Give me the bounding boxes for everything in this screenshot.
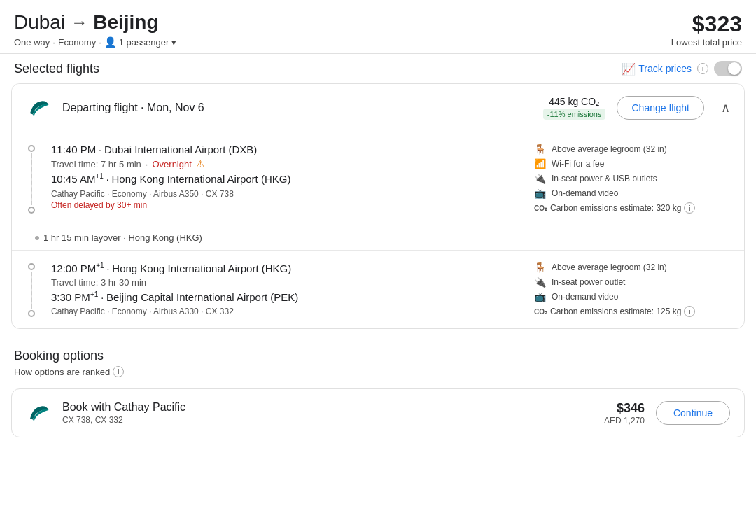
emissions-badge: -11% emissions (543, 108, 606, 120)
emissions-block: 445 kg CO₂ -11% emissions (543, 96, 606, 120)
change-flight-button[interactable]: Change flight (617, 96, 704, 120)
amenity-legroom-2: 🪑 Above average legroom (32 in) (534, 262, 730, 273)
arrive-time: 10:45 AM (51, 173, 95, 185)
video-icon: 📺 (534, 188, 546, 199)
segment-2-timeline (26, 262, 37, 317)
travel-time-row-2: Travel time: 3 hr 30 min (51, 277, 520, 288)
origin: Dubai (14, 11, 65, 34)
continue-button[interactable]: Continue (656, 401, 730, 425)
route-meta: One way · Economy · 👤 1 passenger ▾ (14, 36, 176, 48)
arrive-time-2: 3:30 PM (51, 290, 90, 302)
depart-airport: Dubai International Airport (DXB) (104, 144, 257, 155)
booking-info-icon[interactable]: i (113, 366, 124, 377)
layover-row: 1 hr 15 min layover · Hong Kong (HKG) (12, 225, 744, 250)
seat-icon: 🪑 (534, 144, 546, 155)
amenity-power-2: 🔌 In-seat power outlet (534, 276, 730, 288)
co2-row-2: CO₂ Carbon emissions estimate: 125 kg i (534, 306, 730, 317)
travel-time-2: Travel time: 3 hr 30 min (51, 277, 146, 288)
amenity-video-text-2: On-demand video (552, 292, 618, 302)
arrive-super-2: +1 (90, 290, 98, 298)
timeline-dot-bottom (28, 206, 35, 214)
booking-card: Book with Cathay Pacific CX 738, CX 332 … (11, 388, 745, 438)
amenity-wifi-text: Wi-Fi for a fee (552, 159, 604, 169)
selected-flights-title: Selected flights (14, 62, 99, 76)
booking-title: Booking options (14, 349, 742, 363)
timeline-line-2 (31, 272, 32, 309)
overnight-badge: Overnight (152, 159, 191, 169)
booking-airline-logo (26, 400, 51, 426)
selected-flights-header: Selected flights 📈 Track prices i (0, 53, 756, 83)
amenity-video-2: 📺 On-demand video (534, 291, 730, 302)
collapse-icon[interactable]: ∧ (721, 100, 730, 115)
segment-1-timeline (26, 144, 37, 214)
track-prices-toggle[interactable] (714, 61, 742, 76)
booking-subtitle-text: How options are ranked (14, 367, 110, 377)
price-block: $323 Lowest total price (671, 11, 742, 48)
depart-time-2: 12:00 PM (51, 262, 96, 274)
flight-card: Departing flight · Mon, Nov 6 445 kg CO₂… (11, 83, 745, 329)
travel-time-row: Travel time: 7 hr 5 min · Overnight ⚠ (51, 158, 520, 169)
amenity-power-text: In-seat power & USB outlets (552, 174, 657, 183)
segment-2-details: 12:00 PM+1 · Hong Kong International Air… (51, 262, 520, 317)
timeline-line (31, 153, 32, 205)
trip-type: One way (14, 37, 50, 48)
flight-card-header: Departing flight · Mon, Nov 6 445 kg CO₂… (12, 84, 744, 132)
warning-icon: ⚠ (196, 158, 205, 169)
departing-flight-title: Departing flight · Mon, Nov 6 (62, 102, 532, 114)
booking-subtitle: How options are ranked i (14, 366, 742, 377)
booking-airline-name: Book with Cathay Pacific (62, 401, 593, 414)
amenity-wifi: 📶 Wi-Fi for a fee (534, 158, 730, 169)
route-arrow: → (71, 13, 88, 32)
booking-aed: AED 1,270 (604, 416, 645, 426)
travel-time: Travel time: 7 hr 5 min (51, 159, 141, 169)
amenity-legroom-1: 🪑 Above average legroom (32 in) (534, 144, 730, 155)
amenity-legroom-text: Above average legroom (32 in) (552, 144, 667, 154)
track-prices-label: Track prices (638, 63, 692, 74)
power-icon-2: 🔌 (534, 276, 546, 288)
arrive-airport: Hong Kong International Airport (HKG) (111, 173, 290, 185)
depart-airport-2: Hong Kong International Airport (HKG) (112, 262, 291, 274)
co2-info-icon-1[interactable]: i (684, 202, 695, 214)
co2-info-icon-2[interactable]: i (684, 306, 695, 317)
booking-price-block: $346 AED 1,270 (604, 401, 645, 426)
amenity-video-text: On-demand video (552, 188, 618, 198)
booking-info: Book with Cathay Pacific CX 738, CX 332 (62, 401, 593, 425)
co2-text-1: Carbon emissions estimate: 320 kg (550, 203, 681, 213)
co2-icon-2: CO₂ (534, 308, 547, 316)
track-prices-link[interactable]: 📈 Track prices (622, 62, 692, 76)
segment-1: 11:40 PM · Dubai International Airport (… (12, 132, 744, 225)
airline-logo (26, 95, 51, 120)
track-prices-info-icon[interactable]: i (697, 63, 708, 74)
depart-super-2: +1 (96, 262, 104, 270)
layover-text: 1 hr 15 min layover · Hong Kong (HKG) (43, 232, 202, 243)
video-icon-2: 📺 (534, 291, 546, 302)
segment-1-airline-info: Cathay Pacific · Economy · Airbus A350 ·… (51, 189, 520, 199)
depart-time: 11:40 PM (51, 144, 96, 155)
person-icon: 👤 (104, 36, 116, 48)
arrive-super: +1 (95, 172, 103, 180)
layover-dot (35, 236, 39, 240)
dropdown-icon[interactable]: ▾ (172, 37, 176, 48)
passengers: 1 passenger (119, 37, 169, 48)
amenity-video-1: 📺 On-demand video (534, 188, 730, 199)
price-label: Lowest total price (671, 37, 742, 48)
booking-flights: CX 738, CX 332 (62, 415, 593, 425)
wifi-icon: 📶 (534, 158, 546, 169)
timeline-dot-top (28, 145, 35, 152)
cabin-class: Economy (58, 37, 96, 48)
trending-icon: 📈 (622, 62, 636, 76)
segment-2-airline-info: Cathay Pacific · Economy · Airbus A330 ·… (51, 307, 520, 316)
emissions-amount: 445 kg CO₂ (543, 96, 606, 107)
segment-1-amenities: 🪑 Above average legroom (32 in) 📶 Wi-Fi … (534, 144, 730, 214)
segment-2: 12:00 PM+1 · Hong Kong International Air… (12, 250, 744, 328)
co2-icon: CO₂ (534, 204, 547, 212)
total-price: $323 (671, 11, 742, 37)
depart-row: 11:40 PM · Dubai International Airport (… (51, 144, 520, 155)
segment-2-inner: 12:00 PM+1 · Hong Kong International Air… (26, 262, 730, 317)
destination: Beijing (93, 11, 158, 34)
delay-warning: Often delayed by 30+ min (51, 200, 520, 210)
co2-text-2: Carbon emissions estimate: 125 kg (550, 307, 681, 316)
arrive-row: 10:45 AM+1 · Hong Kong International Air… (51, 172, 520, 185)
amenity-power-usb: 🔌 In-seat power & USB outlets (534, 173, 730, 184)
seat-icon-2: 🪑 (534, 262, 546, 273)
